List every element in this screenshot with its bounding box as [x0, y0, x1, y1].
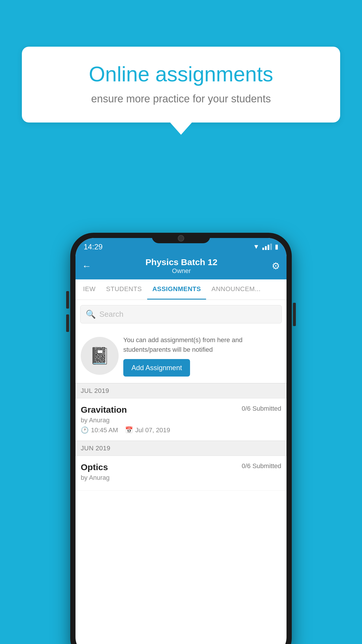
- phone-notch: [152, 233, 210, 243]
- assignment-author: by Anurag: [81, 416, 281, 424]
- assignment-submitted: 0/6 Submitted: [242, 405, 281, 412]
- phone-screen: 14:29 ▼ ▮ ← Physics Batch 12 Owner ⚙: [75, 238, 287, 644]
- volume-up-button: [66, 291, 69, 309]
- bubble-title: Online assignments: [39, 63, 323, 86]
- assignment-date: 📅 Jul 07, 2019: [125, 426, 170, 434]
- settings-icon[interactable]: ⚙: [272, 260, 280, 272]
- assignment-submitted-optics: 0/6 Submitted: [242, 462, 281, 470]
- promo-text-block: You can add assignment(s) from here and …: [123, 335, 281, 377]
- assignment-meta: 🕐 10:45 AM 📅 Jul 07, 2019: [81, 426, 281, 434]
- app-header: ← Physics Batch 12 Owner ⚙: [75, 253, 287, 279]
- promo-card: 📓 You can add assignment(s) from here an…: [75, 329, 287, 383]
- tab-students[interactable]: STUDENTS: [101, 279, 147, 300]
- search-icon: 🔍: [86, 309, 96, 319]
- header-subtitle: Owner: [91, 267, 272, 275]
- clock-icon: 🕐: [81, 426, 89, 434]
- assignment-name: Gravitation: [81, 405, 127, 415]
- status-icons: ▼ ▮: [253, 243, 278, 251]
- section-header-jul: JUL 2019: [75, 383, 287, 398]
- promo-description: You can add assignment(s) from here and …: [123, 335, 281, 354]
- wifi-icon: ▼: [253, 243, 259, 251]
- speech-bubble: Online assignments ensure more practice …: [22, 47, 340, 123]
- speech-bubble-container: Online assignments ensure more practice …: [22, 47, 340, 123]
- tab-announcements[interactable]: ANNOUNCEM...: [206, 279, 266, 300]
- battery-icon: ▮: [275, 243, 278, 251]
- assignment-row-optics: Optics 0/6 Submitted: [81, 462, 281, 472]
- tab-overview[interactable]: IEW: [78, 279, 101, 300]
- search-container: 🔍 Search: [75, 300, 287, 329]
- status-time: 14:29: [84, 242, 103, 251]
- assignment-item-optics[interactable]: Optics 0/6 Submitted by Anurag: [75, 456, 287, 491]
- notebook-circle: 📓: [81, 337, 119, 375]
- header-title: Physics Batch 12: [91, 257, 272, 267]
- bubble-subtitle: ensure more practice for your students: [39, 93, 323, 105]
- notebook-icon: 📓: [89, 346, 110, 365]
- section-header-jun: JUN 2019: [75, 441, 287, 456]
- volume-down-button: [66, 314, 69, 332]
- assignment-item-gravitation[interactable]: Gravitation 0/6 Submitted by Anurag 🕐 10…: [75, 398, 287, 441]
- assignment-name-optics: Optics: [81, 462, 108, 472]
- assignment-author-optics: by Anurag: [81, 474, 281, 482]
- calendar-icon: 📅: [125, 426, 133, 434]
- signal-icon: [262, 244, 272, 250]
- phone-frame: 14:29 ▼ ▮ ← Physics Batch 12 Owner ⚙: [70, 233, 292, 644]
- tab-bar: IEW STUDENTS ASSIGNMENTS ANNOUNCEM...: [75, 279, 287, 300]
- search-placeholder: Search: [99, 310, 123, 319]
- tab-assignments[interactable]: ASSIGNMENTS: [147, 279, 206, 300]
- assignment-time-value: 10:45 AM: [91, 426, 118, 434]
- add-assignment-button[interactable]: Add Assignment: [123, 359, 190, 377]
- power-button: [293, 303, 296, 326]
- search-bar[interactable]: 🔍 Search: [80, 305, 282, 323]
- assignment-time: 🕐 10:45 AM: [81, 426, 118, 434]
- header-title-block: Physics Batch 12 Owner: [91, 257, 272, 275]
- front-camera: [178, 235, 184, 242]
- assignment-date-value: Jul 07, 2019: [135, 426, 170, 434]
- assignment-row: Gravitation 0/6 Submitted: [81, 405, 281, 415]
- back-button[interactable]: ←: [82, 261, 91, 272]
